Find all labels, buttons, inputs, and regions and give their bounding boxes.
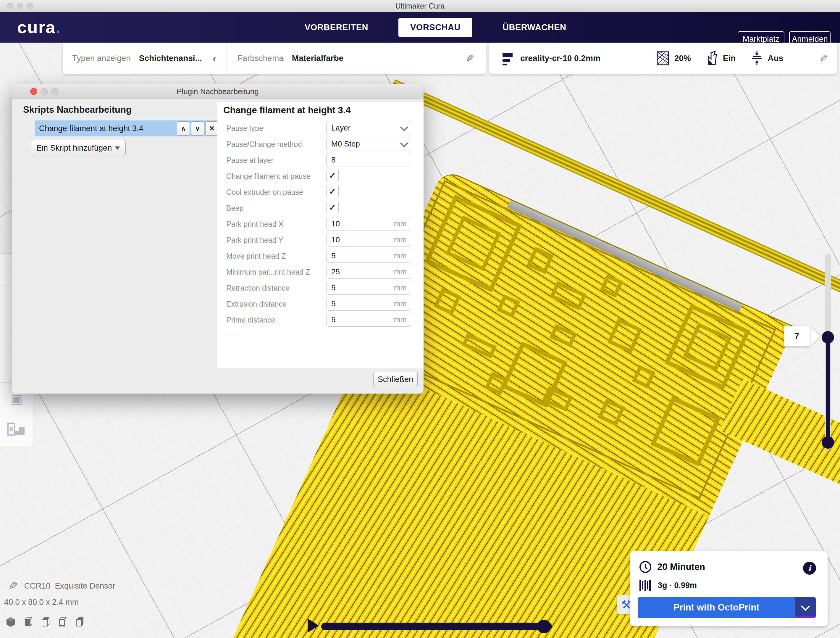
tab-vorschau[interactable]: VORSCHAU xyxy=(398,18,472,37)
field-unit: mm xyxy=(394,235,411,244)
field-label: Park print head Y xyxy=(226,236,283,244)
checkmark-icon: ✓ xyxy=(329,171,336,180)
layer-slider-upper-handle[interactable] xyxy=(822,331,834,344)
checkbox[interactable]: ✓ xyxy=(326,185,339,198)
model-name: CCR10_Exquisite Densor xyxy=(24,581,115,591)
script-list-item-selected[interactable]: Change filament at height 3.4 ∧ ∨ ✕ xyxy=(35,120,219,136)
number-field[interactable]: 5mm xyxy=(326,297,411,311)
form-row: Extrusion distance5mm xyxy=(217,296,423,312)
chevron-down-icon xyxy=(801,602,810,611)
add-script-dropdown-button[interactable]: Ein Skript hinzufügen xyxy=(31,140,126,156)
printer-profile-value: creality-cr-10 0.2mm xyxy=(520,54,600,63)
checkmark-icon: ✓ xyxy=(329,203,336,212)
field-label: Prime distance xyxy=(226,316,275,325)
edit-print-settings-icon[interactable]: ✎ xyxy=(819,52,828,64)
main-header: cura. VORBEREITEN VORSCHAU ÜBERWACHEN Ma… xyxy=(0,12,840,43)
field-label: Minimum par...rint head Z xyxy=(226,268,310,276)
logo-dot: . xyxy=(56,17,61,37)
view-front-icon[interactable] xyxy=(23,617,33,627)
number-field[interactable]: 10mm xyxy=(326,233,411,247)
print-with-octoprint-button[interactable]: Print with OctoPrint xyxy=(638,597,795,618)
print-options-dropdown-button[interactable] xyxy=(795,597,816,618)
play-button[interactable] xyxy=(308,619,319,633)
field-value: M0 Stop xyxy=(327,139,401,149)
simulation-timeline-track[interactable] xyxy=(321,623,552,630)
dropdown-field[interactable]: Layer xyxy=(326,121,411,135)
field-label: Pause type xyxy=(226,124,263,133)
color-scheme-dropdown[interactable]: Materialfarbe xyxy=(292,54,343,63)
simulation-timeline-handle[interactable] xyxy=(537,620,551,633)
material-spool-icon xyxy=(639,579,652,591)
print-button-group: Print with OctoPrint xyxy=(638,597,816,618)
window-title: Ultimaker Cura xyxy=(0,2,840,10)
chevron-up-icon: ∧ xyxy=(181,125,186,133)
field-unit: mm xyxy=(394,299,411,308)
print-time-estimate: 20 Minuten xyxy=(657,562,705,572)
collapse-chevron-icon[interactable]: ‹ xyxy=(213,53,216,64)
close-icon: ✕ xyxy=(209,125,215,133)
chevron-down-icon: ∨ xyxy=(195,125,200,133)
checkmark-icon: ✓ xyxy=(329,187,336,196)
layer-slider-lower-handle[interactable] xyxy=(822,436,834,449)
form-row: Pause at layer8 xyxy=(217,152,423,168)
view-3d-icon[interactable] xyxy=(6,617,16,627)
color-scheme-label: Farbschema xyxy=(237,54,284,63)
field-label: Move print head Z xyxy=(226,252,286,260)
view-type-dropdown[interactable]: Schichtenansi... xyxy=(139,54,202,63)
number-field[interactable]: 5mm xyxy=(326,281,411,295)
adhesion-value: Aus xyxy=(767,54,783,63)
form-row: Retraction distance5mm xyxy=(217,280,423,296)
field-value: 25 xyxy=(327,267,394,276)
field-value: 5 xyxy=(327,251,394,260)
number-field[interactable]: 25mm xyxy=(326,265,411,279)
number-field[interactable]: 8 xyxy=(326,153,411,167)
support-icon xyxy=(706,51,718,66)
form-row: Prime distance5mm xyxy=(217,312,423,328)
move-script-down-button[interactable]: ∨ xyxy=(191,121,204,136)
dialog-titlebar[interactable]: Plugin Nachbearbeitung xyxy=(12,84,423,98)
dropdown-field[interactable]: M0 Stop xyxy=(326,137,411,151)
cura-application-window: ✥ ⤢ ⟳ ⇔ ▣ Ultimaker Cura cura. VORBEREIT… xyxy=(0,0,840,638)
edit-pencil-icon[interactable]: ✎ xyxy=(466,52,474,64)
view-top-icon[interactable] xyxy=(40,617,50,627)
cura-logo: cura. xyxy=(17,17,61,37)
support-blocker-button[interactable] xyxy=(0,415,33,447)
field-label: Pause/Change method xyxy=(226,140,302,149)
infill-icon xyxy=(657,51,669,65)
script-settings-panel: Change filament at height 3.4 Pause type… xyxy=(217,102,423,369)
print-settings-toolbar[interactable]: creality-cr-10 0.2mm 20% Ein Aus ✎ xyxy=(489,43,837,74)
field-unit: mm xyxy=(394,219,411,228)
move-script-up-button[interactable]: ∧ xyxy=(177,121,190,136)
remove-script-button[interactable]: ✕ xyxy=(205,121,218,136)
number-field[interactable]: 5mm xyxy=(326,313,411,327)
tab-vorbereiten[interactable]: VORBEREITEN xyxy=(293,18,380,37)
form-row: Move print head Z5mm xyxy=(217,248,423,264)
form-row: Park print head X10mm xyxy=(217,216,423,232)
close-dialog-button[interactable]: Schließen xyxy=(373,372,418,387)
field-unit: mm xyxy=(394,283,411,292)
rename-model-pencil-icon[interactable]: ✎ xyxy=(8,579,18,592)
info-icon[interactable]: i xyxy=(803,562,816,575)
view-settings-toolbar: Typen anzeigen Schichtenansi... ‹ Farbsc… xyxy=(63,43,486,74)
view-right-icon[interactable] xyxy=(74,617,84,627)
layer-slider-range xyxy=(826,337,830,443)
checkbox[interactable]: ✓ xyxy=(326,201,339,214)
field-value: 10 xyxy=(327,219,394,228)
marketplace-button[interactable]: Marktplatz xyxy=(738,32,785,47)
view-left-icon[interactable] xyxy=(57,617,67,627)
number-field[interactable]: 5mm xyxy=(326,249,411,263)
layer-number-tooltip[interactable]: 7 xyxy=(784,326,810,346)
form-row: Pause typeLayer xyxy=(217,120,423,136)
number-field[interactable]: 10mm xyxy=(326,217,411,231)
view-type-label: Typen anzeigen xyxy=(72,54,131,63)
field-value: 8 xyxy=(327,155,411,165)
field-label: Retraction distance xyxy=(226,284,290,292)
checkbox[interactable]: ✓ xyxy=(326,169,339,182)
post-processing-dialog: Plugin Nachbearbeitung Skripts Nachbearb… xyxy=(12,84,423,394)
tab-ueberwachen[interactable]: ÜBERWACHEN xyxy=(491,18,578,37)
scripts-heading: Skripts Nachbearbeitung xyxy=(23,104,132,115)
field-value: Layer xyxy=(327,123,401,133)
field-value: 5 xyxy=(327,315,394,325)
clock-icon xyxy=(639,560,652,573)
sign-in-button[interactable]: Anmelden xyxy=(789,32,831,47)
